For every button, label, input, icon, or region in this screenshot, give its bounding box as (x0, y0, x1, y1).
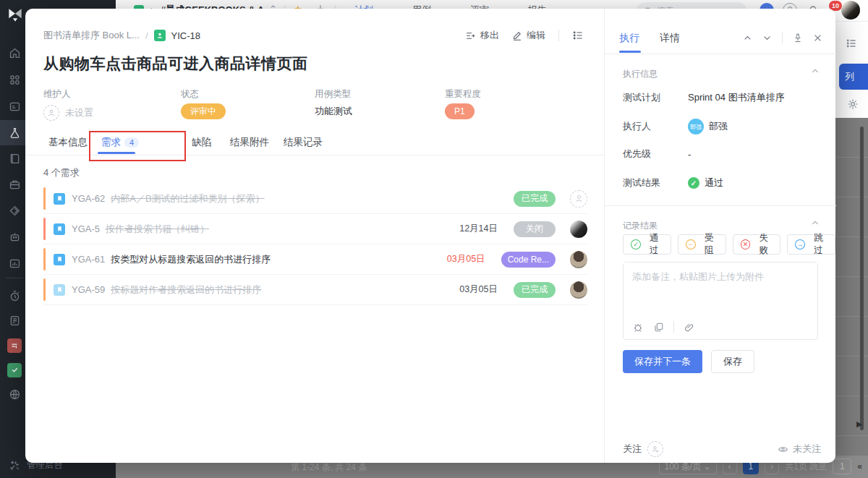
requirement-date-overdue: 03月05日 (441, 253, 485, 265)
sidebar-item-reports[interactable] (0, 251, 29, 276)
result-blocked-button[interactable]: −受阻 (678, 234, 726, 255)
save-and-next-button[interactable]: 保存并下一条 (623, 350, 702, 373)
ones-logo[interactable] (6, 6, 25, 25)
priority-bar (43, 248, 46, 270)
move-out-button[interactable]: 移出 (465, 29, 499, 42)
field-value-case-type[interactable]: 功能测试 (315, 105, 352, 118)
field-label-priority: 重要程度 (445, 88, 481, 101)
field-test-result: 测试结果 ✓ 通过 (623, 176, 818, 189)
execution-info-section-title: 执行信息 (623, 68, 658, 80)
execution-panel: 执行 详情 执行信息 测试计划 Sprint 04 图书清单排序 执行人 部强 … (604, 9, 835, 463)
panel-tab-execution[interactable]: 执行 (619, 32, 639, 45)
sidebar-item-red-app[interactable] (0, 333, 29, 358)
gear-icon[interactable] (847, 98, 859, 110)
requirement-icon (54, 284, 65, 296)
requirement-id[interactable]: YGA-5 (72, 223, 100, 234)
sidebar-item-tags[interactable] (0, 198, 29, 223)
panel-tab-details[interactable]: 详情 (660, 32, 680, 45)
pass-icon: ✓ (631, 239, 641, 249)
requirement-icon (54, 254, 65, 265)
scroll-top-icon[interactable]: « (857, 461, 862, 471)
field-priority: 优先级 - (623, 148, 818, 161)
tab-result-attachments[interactable]: 结果附件 (230, 136, 269, 149)
assignee-avatar[interactable] (570, 251, 587, 268)
requirement-title[interactable]: 按标题对作者搜索返回的书进行排序 (111, 283, 453, 296)
requirement-row[interactable]: YGA-61 按类型对从标题搜索返回的书进行排序 03月05日 Code Re.… (43, 244, 587, 275)
requirement-title[interactable]: 按作者搜索书籍（纠错） (106, 223, 453, 236)
collapse-execution-info-icon[interactable] (811, 67, 820, 75)
sidebar-item-home[interactable] (0, 40, 29, 66)
field-value-status[interactable]: 评审中 (181, 103, 226, 119)
modal-actions: 移出 编辑 (465, 29, 584, 42)
field-label-case-type: 用例类型 (315, 88, 351, 101)
note-textarea[interactable] (624, 263, 817, 310)
sidebar-item-apps[interactable] (0, 67, 29, 93)
field-value-maintainer[interactable]: 未设置 (43, 105, 93, 121)
requirement-row[interactable]: YGA-5 按作者搜索书籍（纠错） 12月14日 关闭 (43, 214, 587, 244)
edit-button[interactable]: 编辑 (512, 29, 545, 42)
detail-list-icon[interactable] (572, 30, 584, 41)
collapse-record-result-icon[interactable] (811, 218, 820, 227)
column-config-button[interactable]: 列 (839, 64, 868, 90)
tab-defects[interactable]: 缺陷 (192, 136, 211, 149)
field-label-maintainer: 维护人 (43, 88, 71, 101)
priority-value[interactable]: - (688, 149, 691, 160)
sidebar-item-workspace[interactable] (0, 172, 29, 197)
move-out-icon (465, 30, 476, 41)
requirement-id[interactable]: YGA-59 (72, 284, 105, 295)
bug-icon[interactable] (632, 321, 644, 333)
expand-triangle-icon[interactable]: ▶ (856, 419, 862, 429)
close-icon[interactable] (813, 33, 822, 43)
requirement-id[interactable]: YGA-62 (72, 193, 105, 204)
requirement-row[interactable]: YGA-59 按标题对作者搜索返回的书进行排序 03月05日 已完成 (43, 275, 587, 305)
test-plan-value[interactable]: Sprint 04 图书清单排序 (688, 91, 785, 104)
result-fail-button[interactable]: ✕失败 (733, 234, 781, 255)
panel-active-tab-underline (619, 51, 641, 53)
sidebar-divider (6, 278, 23, 278)
panel-divider (605, 54, 836, 54)
sidebar-item-globe[interactable] (0, 382, 29, 407)
table-settings-icon[interactable] (846, 38, 857, 49)
pin-icon[interactable] (793, 33, 803, 43)
requirement-id[interactable]: YGA-61 (72, 254, 105, 265)
tab-basic-info[interactable]: 基本信息 (48, 136, 88, 149)
note-input-box (623, 262, 818, 340)
result-skip-button[interactable]: →跳过 (787, 234, 835, 255)
requirement-title[interactable]: 按类型对从标题搜索返回的书进行排序 (111, 253, 440, 266)
assignee-avatar[interactable] (570, 281, 587, 299)
paperclip-icon[interactable] (684, 322, 694, 333)
assignee-avatar[interactable] (570, 221, 587, 238)
result-pass-button[interactable]: ✓通过 (623, 234, 671, 255)
sidebar-item-testcase[interactable] (0, 120, 29, 145)
sidebar-item-green-app[interactable] (0, 357, 29, 383)
field-value-priority[interactable]: P1 (445, 103, 475, 119)
requirement-icon (54, 223, 65, 235)
next-item-icon[interactable] (762, 33, 772, 43)
steps-icon[interactable] (653, 322, 664, 333)
sidebar-item-project[interactable] (0, 94, 29, 119)
jump-page-input[interactable]: 1 (833, 458, 851, 474)
save-button[interactable]: 保存 (711, 350, 754, 373)
user-avatar[interactable] (841, 1, 860, 20)
test-result-value[interactable]: ✓ 通过 (688, 176, 723, 189)
requirement-title[interactable]: 内部A／B测试的过滤和类别（探索） (111, 192, 453, 205)
sidebar-item-notes[interactable] (0, 308, 29, 333)
wrench-icon (9, 460, 20, 471)
executor-value[interactable]: 部强 部强 (688, 119, 728, 135)
sidebar-item-bot[interactable] (0, 224, 29, 249)
result-buttons: ✓通过 −受阻 ✕失败 →跳过 (623, 234, 835, 255)
assignee-avatar-empty[interactable] (570, 190, 587, 208)
sidebar-item-wiki[interactable] (0, 146, 29, 171)
requirement-row[interactable]: YGA-62 内部A／B测试的过滤和类别（探索） 已完成 (43, 184, 587, 214)
panel-divider (605, 205, 836, 206)
breadcrumb-id[interactable]: YIC-18 (171, 30, 200, 41)
annotation-box (89, 131, 186, 161)
executor-avatar: 部强 (688, 119, 704, 135)
add-watcher-button[interactable] (647, 441, 663, 457)
previous-item-icon[interactable] (743, 33, 752, 43)
sidebar-item-timer[interactable] (0, 283, 29, 309)
tab-result-records[interactable]: 结果记录 (284, 136, 323, 149)
breadcrumb-parent[interactable]: 图书清单排序 Book L... (43, 29, 140, 42)
watch-status[interactable]: 未关注 (778, 443, 821, 456)
table-scrollbar[interactable] (860, 127, 864, 430)
